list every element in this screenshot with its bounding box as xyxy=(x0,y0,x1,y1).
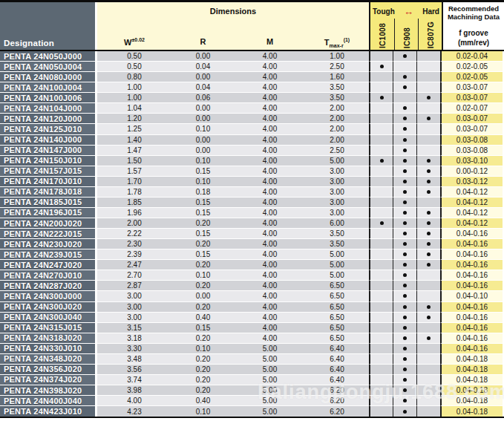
r-value-cell: 0.00 xyxy=(171,103,235,114)
bullet-dot-icon xyxy=(403,106,407,110)
table-row: PENTA 24N170J010 1.70 0.10 4.00 3.00 0.0… xyxy=(0,177,504,187)
table-row: PENTA 24N150J010 1.50 0.10 4.00 5.00 0.0… xyxy=(0,156,504,166)
w-value-cell: 3.15 xyxy=(97,323,171,333)
grade-ic807g-cell xyxy=(416,249,440,260)
designation-cell: PENTA 24N050J004 xyxy=(0,62,97,72)
recommended-title: Recommended Machining Data xyxy=(443,2,504,22)
grade-ic807g-cell xyxy=(416,177,440,187)
m-value-cell: 5.00 xyxy=(235,385,305,396)
dimensions-header-group: Dimensions W±0.02 R M Tmax-r(1) xyxy=(97,2,369,50)
grade-ic807g-cell xyxy=(416,260,440,270)
bullet-dot-icon xyxy=(427,232,431,235)
grade-ic1008-cell xyxy=(369,218,393,229)
table-row: PENTA 24N080J000 0.80 0.00 4.00 1.60 0.0… xyxy=(0,72,504,82)
table-row: PENTA 24N120J000 1.20 0.00 4.00 2.00 0.0… xyxy=(0,114,504,124)
grade-ic908-cell xyxy=(393,323,416,333)
r-value-cell: 0.10 xyxy=(171,406,235,417)
f-groove-value-cell: 0.04-0.12 xyxy=(440,198,503,208)
tmax-value-cell: 6.20 xyxy=(305,385,369,396)
grade-ic807g-cell xyxy=(416,135,440,146)
r-value-cell: 0.20 xyxy=(171,281,235,291)
grade-ic1008-cell xyxy=(369,313,393,323)
grade-ic807g-cell xyxy=(416,281,440,291)
grade-ic807g-cell xyxy=(416,208,440,218)
m-value-cell: 4.00 xyxy=(235,302,305,313)
designation-cell: PENTA 24N157J015 xyxy=(0,166,97,177)
r-value-cell: 0.10 xyxy=(171,156,235,166)
table-row: PENTA 24N222J015 2.22 0.15 4.00 3.50 0.0… xyxy=(0,229,504,239)
grade-ic807g-cell xyxy=(416,270,440,281)
r-value-cell: 0.18 xyxy=(171,187,235,198)
tmax-value-cell: 6.40 xyxy=(305,354,369,365)
m-value-cell: 4.00 xyxy=(235,333,305,344)
designation-cell: PENTA 24N239J015 xyxy=(0,249,97,260)
tough-hard-scale: Tough ↔ Hard xyxy=(370,2,442,19)
tmax-value-cell: 1.60 xyxy=(305,72,369,82)
grade-ic908-cell xyxy=(393,260,416,270)
tmax-value-cell: 6.20 xyxy=(305,396,369,406)
m-value-cell: 5.00 xyxy=(235,365,305,375)
tmax-value-cell: 6.50 xyxy=(305,323,369,333)
bullet-dot-icon xyxy=(403,263,407,267)
tmax-value-cell: 6.20 xyxy=(305,406,369,417)
tmax-value-cell: 6.40 xyxy=(305,365,369,375)
bullet-dot-icon xyxy=(403,149,407,152)
f-groove-value-cell: 0.04-0.16 xyxy=(440,344,503,354)
bullet-dot-icon xyxy=(403,388,407,392)
m-value-cell: 4.00 xyxy=(235,218,305,229)
m-value-cell: 4.00 xyxy=(235,260,305,270)
f-groove-value-cell: 0.03-0.08 xyxy=(440,146,503,156)
r-value-cell: 0.20 xyxy=(171,365,235,375)
tmax-value-cell: 2.50 xyxy=(305,146,369,156)
bullet-dot-icon xyxy=(403,347,407,350)
r-value-cell: 0.00 xyxy=(171,51,235,62)
grade-ic908-cell xyxy=(393,156,416,166)
grade-ic807g-cell xyxy=(416,313,440,323)
grade-ic1008-cell xyxy=(369,208,393,218)
bullet-dot-icon xyxy=(403,242,407,246)
col-header-ic908: IC908 xyxy=(394,19,418,50)
grade-ic807g-cell xyxy=(416,333,440,344)
grade-ic1008-cell xyxy=(369,302,393,313)
f-groove-label: f groove xyxy=(443,29,504,39)
tmax-value-cell: 3.50 xyxy=(305,239,369,249)
w-value-cell: 2.39 xyxy=(97,249,171,260)
bullet-dot-icon xyxy=(403,85,407,89)
f-groove-value-cell: 0.04-0.16 xyxy=(440,270,503,281)
grade-ic1008-cell xyxy=(369,51,393,62)
m-value-cell: 5.00 xyxy=(235,354,305,365)
f-groove-value-cell: 0.04-0.16 xyxy=(440,239,503,249)
recommended-header-group: Recommended Machining Data f groove (mm/… xyxy=(442,2,504,50)
m-value-cell: 4.00 xyxy=(235,166,305,177)
tmax-value-cell: 6.40 xyxy=(305,375,369,385)
table-row: PENTA 24N300J020 3.00 0.20 4.00 6.50 0.0… xyxy=(0,302,504,313)
designation-cell: PENTA 24N150J010 xyxy=(0,156,97,166)
f-groove-value-cell: 0.00-0.12 xyxy=(440,166,503,177)
grade-ic1008-cell xyxy=(369,260,393,270)
grade-ic807g-cell xyxy=(416,166,440,177)
w-value-cell: 3.56 xyxy=(97,365,171,375)
w-value-cell: 3.18 xyxy=(97,333,171,344)
w-value-cell: 1.96 xyxy=(97,208,171,218)
grade-ic807g-cell xyxy=(416,385,440,396)
designation-cell: PENTA 24N196J015 xyxy=(0,208,97,218)
grade-ic807g-cell xyxy=(416,406,440,417)
grade-ic1008-cell xyxy=(369,146,393,156)
grade-ic807g-cell xyxy=(416,229,440,239)
r-value-cell: 0.00 xyxy=(171,291,235,301)
f-groove-value-cell: 0.03-0.07 xyxy=(440,82,503,93)
bullet-dot-icon xyxy=(403,180,407,183)
grade-ic807g-cell xyxy=(416,375,440,385)
grade-ic807g-cell xyxy=(416,103,440,114)
table-row: PENTA 24N178J018 1.78 0.18 4.00 3.00 0.0… xyxy=(0,187,504,198)
bullet-dot-icon xyxy=(403,200,407,204)
w-value-cell: 3.00 xyxy=(97,291,171,301)
bullet-dot-icon xyxy=(380,96,384,99)
r-value-cell: 0.15 xyxy=(171,166,235,177)
designation-cell: PENTA 24N300J020 xyxy=(0,302,97,313)
grade-ic1008-cell xyxy=(369,406,393,417)
grade-ic807g-cell xyxy=(416,365,440,375)
table-body: PENTA 24N050J000 0.50 0.00 4.00 1.00 0.0… xyxy=(0,51,504,418)
tmax-value-cell: 5.00 xyxy=(305,270,369,281)
grade-ic1008-cell xyxy=(369,156,393,166)
